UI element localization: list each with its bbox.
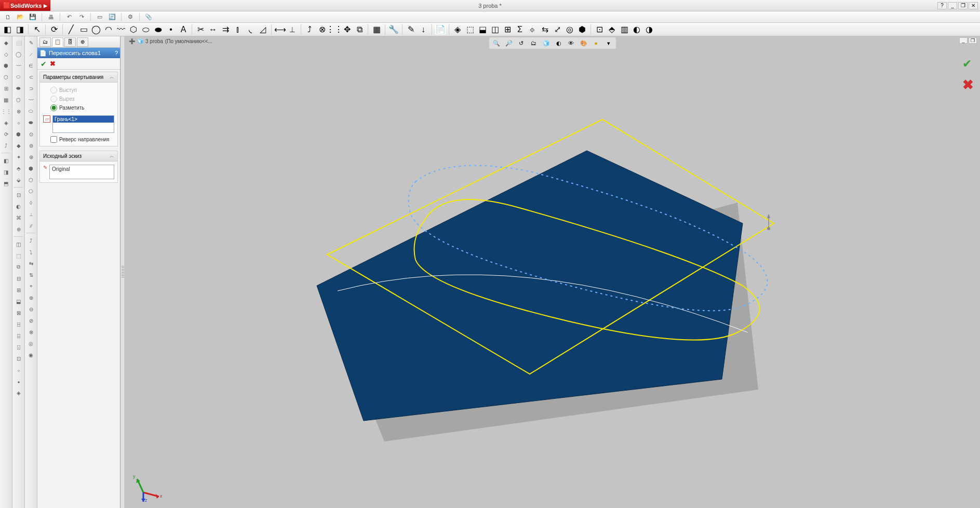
tool-icon[interactable]: ◇	[1, 49, 11, 59]
tool-icon[interactable]: ⌘	[14, 212, 24, 223]
trim-icon[interactable]: ✂	[195, 24, 206, 35]
source-sketch-input[interactable]: Original	[49, 165, 114, 179]
open-button[interactable]: 📂	[16, 12, 25, 22]
tool-icon[interactable]: ∈	[26, 60, 36, 71]
tool-icon[interactable]: ⬭	[26, 106, 36, 116]
tool-icon[interactable]: ◉	[26, 350, 36, 360]
tab-feature-tree[interactable]: 🗂	[39, 37, 51, 47]
tool-icon[interactable]: ⬬	[14, 83, 24, 93]
subwin-maximize[interactable]: ❐	[969, 37, 977, 44]
prev-view-icon[interactable]: ↺	[516, 38, 527, 48]
new-button[interactable]: 🗋	[3, 12, 12, 22]
options-button[interactable]: ⚙	[126, 12, 135, 22]
view-orientation-icon[interactable]: 🧊	[541, 38, 552, 48]
confirm-cancel-button[interactable]: ✖	[962, 77, 974, 93]
tool-icon[interactable]: ⊗	[26, 327, 36, 337]
tool-icon[interactable]: ⌖	[26, 281, 36, 291]
hide-show-icon[interactable]: 👁	[566, 38, 576, 48]
tool-icon[interactable]: ✎	[26, 37, 36, 48]
rect-icon[interactable]: ▭	[78, 24, 89, 35]
subwin-minimize[interactable]: _	[959, 37, 968, 44]
print-button[interactable]: 🖶	[46, 12, 56, 22]
tool-icon[interactable]: ◧	[2, 24, 12, 35]
tool-icon[interactable]: ⬬	[26, 117, 36, 128]
tool-icon[interactable]: ◈	[1, 117, 11, 128]
radio-scribe[interactable]: Разметить	[43, 103, 114, 112]
tool-icon[interactable]: ⬚	[14, 250, 24, 261]
arc-icon[interactable]: ◠	[103, 24, 114, 35]
tool-icon[interactable]: ◐	[632, 24, 642, 35]
tool-icon[interactable]: ⬢	[14, 129, 24, 139]
polygon-icon[interactable]: ⬡	[128, 24, 139, 35]
confirm-ok-button[interactable]: ✔	[962, 57, 974, 71]
tool-icon[interactable]: ⬘	[14, 163, 24, 173]
tool-icon[interactable]: ⟋	[26, 49, 36, 59]
tab-property-manager[interactable]: 📋	[52, 37, 63, 47]
pattern-icon[interactable]: ⋮⋮	[329, 24, 340, 35]
scene-icon[interactable]: ●	[591, 38, 601, 48]
tool-icon[interactable]: ⊠	[14, 308, 24, 318]
tool-icon[interactable]: ⇆	[26, 258, 36, 269]
sketch-icon[interactable]: ✎	[406, 24, 416, 35]
circle-icon[interactable]: ◯	[91, 24, 101, 35]
tool-icon[interactable]: ⇆	[540, 24, 550, 35]
tool-icon[interactable]: ◎	[565, 24, 575, 35]
tool-icon[interactable]: ◫	[490, 24, 500, 35]
tool-icon[interactable]: ⬓	[477, 24, 488, 35]
tool-icon[interactable]: ⊞	[1, 83, 11, 93]
tool-icon[interactable]: ⬡	[14, 95, 24, 105]
display-style-icon[interactable]: ◐	[554, 38, 564, 48]
tool-icon[interactable]: ⊗	[14, 106, 24, 116]
breadcrumb[interactable]: ➕ 🧊 3 proba (По умолчанию<<...	[129, 38, 212, 44]
rebuild-button[interactable]: 🔄	[108, 12, 117, 22]
ok-button[interactable]: ✔	[41, 60, 47, 68]
checkbox-input[interactable]	[50, 136, 57, 143]
tool-icon[interactable]: ▦	[1, 95, 11, 105]
fillet-icon[interactable]: ◟	[245, 24, 256, 35]
tool-icon[interactable]: ✦	[14, 152, 24, 162]
tool-icon[interactable]: ◆	[1, 37, 11, 48]
tool-icon[interactable]: ⬡	[1, 72, 11, 82]
tool-icon[interactable]: ⬢	[1, 60, 11, 71]
select-button[interactable]: ▭	[95, 12, 104, 22]
tool-icon[interactable]: ⬥	[14, 376, 24, 386]
zoom-area-icon[interactable]: 🔎	[504, 38, 514, 48]
tool-icon[interactable]: ⌸	[14, 319, 24, 329]
attach-button[interactable]: 📎	[144, 12, 153, 22]
ellipse-icon[interactable]: ⬭	[141, 24, 151, 35]
maximize-button[interactable]: ❐	[958, 2, 968, 9]
appearance-icon[interactable]: 🎨	[579, 38, 589, 48]
tool-icon[interactable]: ⬙	[14, 175, 24, 185]
tool-icon[interactable]: ⊃	[26, 83, 36, 93]
tool-icon[interactable]: ⬡	[26, 175, 36, 185]
tool-icon[interactable]: ⟳	[1, 129, 11, 139]
tool-icon[interactable]: ◆	[14, 140, 24, 151]
help-button[interactable]: ?	[937, 2, 947, 9]
app-logo-menu[interactable]: 🟥 SolidWorks ▶	[0, 0, 50, 11]
intersect-icon[interactable]: ⊗	[317, 24, 327, 35]
tool-icon[interactable]: ⬜	[14, 37, 24, 48]
tool-icon[interactable]: ⤵	[26, 247, 36, 257]
tool-icon[interactable]: ⊘	[26, 315, 36, 326]
text-icon[interactable]: A	[178, 24, 189, 35]
tool-icon[interactable]: ⊛	[26, 152, 36, 162]
redo-button[interactable]: ↷	[77, 12, 86, 22]
close-button[interactable]: ✕	[969, 2, 978, 9]
tool-icon[interactable]: ⟐	[14, 117, 24, 128]
grid-icon[interactable]: ▦	[371, 24, 382, 35]
panel-resize-grip[interactable]	[120, 36, 125, 508]
tool-icon[interactable]: ⌹	[14, 330, 24, 341]
tool-icon[interactable]: ⫽	[26, 220, 36, 231]
tool-icon[interactable]: ⬦	[14, 365, 24, 375]
tool-icon[interactable]: ◫	[14, 239, 24, 249]
rotate-icon[interactable]: ⟳	[49, 24, 59, 35]
wrap-icon[interactable]: 📄	[435, 24, 446, 35]
face-selection-list[interactable]: Грань<1>	[52, 115, 114, 133]
tool-icon[interactable]: ◨	[1, 167, 11, 177]
line-icon[interactable]: ╱	[66, 24, 76, 35]
tab-dim[interactable]: ⊕	[77, 37, 88, 47]
tool-icon[interactable]: ⌺	[14, 342, 24, 352]
tool-icon[interactable]: 〰	[26, 95, 36, 105]
tool-icon[interactable]: ⤴	[26, 235, 36, 246]
tool-icon[interactable]: ◈	[14, 387, 24, 398]
